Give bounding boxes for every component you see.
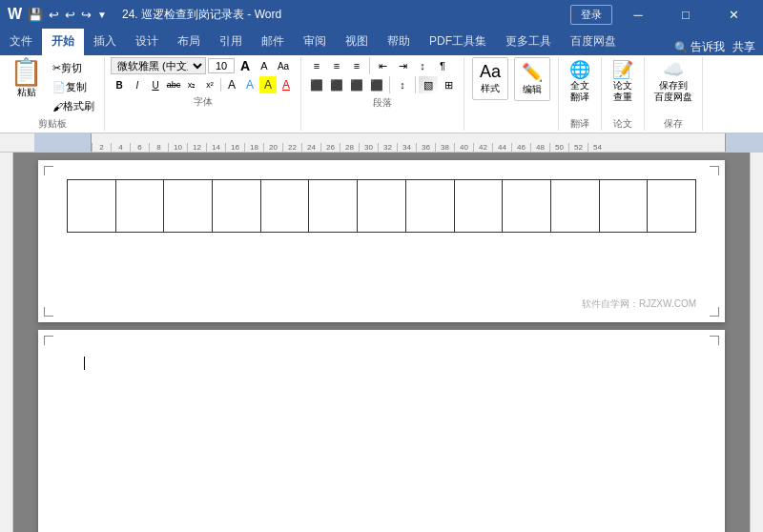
tab-mailings[interactable]: 邮件 — [252, 29, 294, 55]
undo2-icon[interactable]: ↩ — [65, 8, 75, 22]
ruler-mark: 22 — [282, 143, 301, 152]
justify-button[interactable]: ⬛ — [367, 76, 386, 93]
corner-tl-2 — [44, 336, 53, 345]
ruler-mark: 26 — [320, 143, 340, 152]
copy-button[interactable]: 📄 复制 — [49, 78, 98, 96]
strikethrough-button[interactable]: abc — [165, 76, 182, 93]
table-cell — [260, 180, 309, 233]
edit-button[interactable]: ✏️ 编辑 — [514, 57, 550, 101]
table-cell — [213, 180, 261, 233]
tab-view[interactable]: 视图 — [336, 29, 378, 55]
tab-help[interactable]: 帮助 — [378, 29, 420, 55]
tab-more-tools[interactable]: 更多工具 — [496, 29, 561, 55]
clipboard-label: 剪贴板 — [38, 117, 67, 131]
document-table — [67, 179, 696, 233]
redo-icon[interactable]: ↪ — [81, 8, 92, 22]
underline-button[interactable]: U — [147, 76, 164, 93]
font-size-input[interactable] — [208, 58, 235, 73]
share-button[interactable]: 共享 — [732, 39, 755, 55]
ruler-mark: 30 — [359, 143, 378, 152]
recheck-icon: 📝 — [612, 59, 633, 80]
highlight-button[interactable]: A — [259, 76, 277, 93]
font-controls: 微软雅黑 (中文正文) A A Aa B I U abc x₂ x² A A A… — [111, 57, 295, 93]
show-marks-button[interactable]: ¶ — [433, 57, 452, 74]
text-effect-button[interactable]: A — [241, 76, 258, 93]
customize-icon[interactable]: ▼ — [97, 10, 107, 20]
save-baidu-button[interactable]: ☁️ 保存到百度网盘 — [650, 57, 696, 105]
font-grow-button[interactable]: A — [237, 57, 254, 74]
clear-format-button[interactable]: A — [223, 76, 240, 93]
align-left-button[interactable]: ⬛ — [307, 76, 326, 93]
decrease-indent-button[interactable]: ⇤ — [373, 57, 392, 74]
ribbon-content: 📋 粘贴 ✂ 剪切 📄 复制 🖌 格式刷 剪贴板 — [0, 55, 763, 133]
table-cell — [599, 180, 648, 233]
increase-indent-button[interactable]: ⇥ — [393, 57, 412, 74]
borders-button[interactable]: ⊞ — [439, 76, 458, 93]
right-margin — [750, 153, 763, 532]
page-2 — [38, 330, 725, 532]
separator-1 — [220, 78, 221, 92]
tab-layout[interactable]: 布局 — [168, 29, 210, 55]
tab-review[interactable]: 审阅 — [294, 29, 336, 55]
bullets-button[interactable]: ≡ — [307, 57, 326, 74]
tab-baidu[interactable]: 百度网盘 — [561, 29, 626, 55]
ruler-mark: 12 — [187, 143, 206, 152]
translate-icon: 🌐 — [569, 59, 590, 80]
minimize-button[interactable]: ─ — [616, 0, 660, 29]
paragraph-label: 段落 — [373, 96, 392, 110]
tell-me[interactable]: 🔍 告诉我 — [674, 39, 725, 55]
corner-tr-2 — [710, 336, 719, 345]
numbering-button[interactable]: ≡ — [327, 57, 346, 74]
font-shrink-button[interactable]: A — [256, 57, 273, 74]
multilevel-button[interactable]: ≡ — [347, 57, 366, 74]
recheck-button[interactable]: 📝 论文查重 — [608, 57, 638, 105]
cut-button[interactable]: ✂ 剪切 — [49, 59, 98, 77]
corner-bl-1 — [44, 307, 53, 317]
styles-button[interactable]: Aa 样式 — [472, 57, 508, 100]
recheck-label: 论文查重 — [613, 80, 632, 103]
paste-button[interactable]: 📋 粘贴 — [6, 57, 47, 101]
format-painter-button[interactable]: 🖌 格式刷 — [49, 97, 98, 115]
ruler-mark: 16 — [225, 143, 244, 152]
document-area[interactable]: 软件自学网：RJZXW.COM — [13, 153, 750, 532]
page-1: 软件自学网：RJZXW.COM — [38, 160, 725, 322]
table-cell — [550, 180, 599, 233]
tab-pdf[interactable]: PDF工具集 — [420, 29, 496, 55]
bold-button[interactable]: B — [111, 76, 128, 93]
shading-button[interactable]: ▧ — [419, 76, 438, 93]
paste-label: 粘贴 — [17, 86, 36, 99]
word-icon: W — [8, 6, 22, 23]
styles-icon: Aa — [480, 62, 501, 82]
tab-home[interactable]: 开始 — [42, 29, 84, 55]
table-cell — [115, 180, 164, 233]
font-name-select[interactable]: 微软雅黑 (中文正文) — [111, 57, 206, 74]
sort-button[interactable]: ↕ — [413, 57, 432, 74]
undo-icon[interactable]: ↩ — [49, 8, 59, 22]
ruler-mark: 50 — [549, 143, 568, 152]
vertical-ruler — [0, 153, 13, 532]
login-button[interactable]: 登录 — [570, 5, 612, 25]
align-center-button[interactable]: ⬛ — [327, 76, 346, 93]
subscript-button[interactable]: x₂ — [183, 76, 200, 93]
ruler-marks: 2468101214161820222426283032343638404244… — [34, 133, 763, 152]
restore-button[interactable]: □ — [664, 0, 708, 29]
save-group: ☁️ 保存到百度网盘 保存 — [645, 57, 703, 131]
tab-design[interactable]: 设计 — [126, 29, 168, 55]
quick-access-toolbar: W 💾 ↩ ↩ ↪ ▼ — [8, 6, 107, 23]
paper-group-label: 论文 — [613, 117, 632, 131]
close-button[interactable]: ✕ — [711, 0, 755, 29]
text-color-button[interactable]: A — [278, 76, 295, 93]
tab-insert[interactable]: 插入 — [84, 29, 126, 55]
watermark: 软件自学网：RJZXW.COM — [582, 297, 696, 311]
copy-icon: 📄 — [52, 81, 66, 93]
save-icon[interactable]: 💾 — [28, 8, 43, 22]
full-translate-button[interactable]: 🌐 全文翻译 — [565, 57, 595, 105]
tab-references[interactable]: 引用 — [210, 29, 252, 55]
superscript-button[interactable]: x² — [201, 76, 218, 93]
italic-button[interactable]: I — [129, 76, 146, 93]
line-spacing-button[interactable]: ↕ — [393, 76, 412, 93]
align-right-button[interactable]: ⬛ — [347, 76, 366, 93]
ruler-mark: 4 — [111, 143, 130, 152]
tab-file[interactable]: 文件 — [0, 29, 42, 55]
change-case-button[interactable]: Aa — [275, 57, 292, 74]
